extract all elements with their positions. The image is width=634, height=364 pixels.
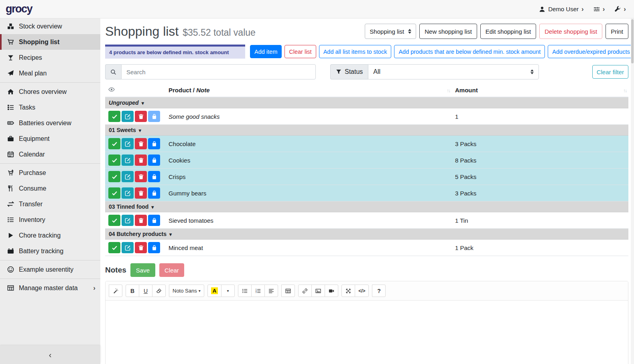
delete-item-button[interactable]	[135, 171, 147, 182]
user-menu[interactable]: Demo User ›	[539, 6, 584, 12]
delete-item-button[interactable]	[135, 242, 147, 253]
table-row: Some good snacks1	[105, 108, 628, 125]
sidebar-item-manage-master-data[interactable]: Manage master data›	[0, 280, 100, 296]
mark-done-button[interactable]	[108, 215, 120, 226]
sidebar-item-transfer[interactable]: Transfer	[0, 196, 100, 212]
arrows-button[interactable]	[341, 285, 355, 297]
group-row-01-sweets[interactable]: 01 Sweets▾	[105, 125, 628, 136]
link-icon	[302, 288, 308, 294]
save-notes-button[interactable]: Save	[130, 263, 155, 277]
amount-cell: 1	[452, 108, 628, 125]
add-to-stock-button[interactable]	[148, 111, 160, 122]
sidebar-item-batteries-overview[interactable]: Batteries overview	[0, 115, 100, 131]
sidebar-item-chore-tracking[interactable]: Chore tracking	[0, 228, 100, 243]
mark-done-button[interactable]	[108, 242, 120, 253]
mark-done-button[interactable]	[108, 111, 120, 122]
sidebar-item-recipes[interactable]: Recipes	[0, 50, 100, 65]
delete-item-button[interactable]	[135, 215, 147, 226]
eraser-button[interactable]	[152, 285, 166, 297]
sidebar-item-battery-tracking[interactable]: Battery tracking	[0, 243, 100, 259]
notes-editor-area[interactable]	[106, 301, 628, 364]
sidebar-item-stock-overview[interactable]: Stock overview	[0, 18, 100, 34]
product-cell: Minced meat	[165, 240, 452, 256]
underline-button[interactable]: U	[139, 285, 152, 297]
edit-item-button[interactable]	[122, 242, 134, 253]
clear-list-button[interactable]: Clear list	[284, 45, 316, 58]
delete-shopping-list-button[interactable]: Delete shopping list	[539, 24, 602, 39]
edit-shopping-list-button[interactable]: Edit shopping list	[480, 24, 536, 39]
group-row-ungrouped[interactable]: Ungrouped▾	[105, 97, 628, 108]
add-to-stock-button[interactable]	[148, 171, 160, 182]
product-column-header[interactable]: Product / Note ↑↓	[165, 84, 452, 97]
group-row-03-tinned-food[interactable]: 03 Tinned food▾	[105, 201, 628, 212]
sidebar-item-equipment[interactable]: Equipment	[0, 131, 100, 146]
scrollbar-track[interactable]	[631, 18, 634, 364]
group-row-04-butchery-products[interactable]: 04 Butchery products▾	[105, 229, 628, 240]
ol-button[interactable]: 123	[251, 285, 265, 297]
shopping-list-select[interactable]: Shopping list	[365, 24, 416, 39]
edit-item-button[interactable]	[122, 171, 134, 182]
delete-item-button[interactable]	[135, 111, 147, 122]
amount-column-header[interactable]: Amount ↑↓	[452, 84, 628, 97]
sidebar-item-calendar[interactable]: Calendar	[0, 146, 100, 162]
status-select[interactable]: All	[368, 64, 539, 79]
edit-item-button[interactable]	[122, 215, 134, 226]
admin-menu[interactable]: ›	[614, 6, 626, 12]
sidebar-item-label: Calendar	[19, 150, 45, 159]
add-to-stock-button[interactable]	[148, 187, 160, 199]
add-overdue-button[interactable]: Add overdue/expired products	[548, 45, 634, 58]
code-button[interactable]: </>	[355, 285, 369, 297]
search-input[interactable]	[121, 64, 316, 79]
sidebar-item-meal-plan[interactable]: Meal plan	[0, 65, 100, 81]
ul-button[interactable]	[238, 285, 252, 297]
sidebar-item-purchase[interactable]: Purchase	[0, 165, 100, 181]
app-logo[interactable]: grocy	[6, 3, 32, 15]
print-button[interactable]: Print	[606, 24, 628, 39]
add-to-stock-button[interactable]	[148, 138, 160, 149]
delete-item-button[interactable]	[135, 187, 147, 199]
settings-menu[interactable]: ›	[593, 6, 605, 12]
mark-done-button[interactable]	[108, 187, 120, 199]
add-to-stock-button[interactable]	[148, 215, 160, 226]
sidebar-collapse-button[interactable]: ‹	[0, 346, 100, 364]
add-below-min-stock-button[interactable]: Add products that are below defined min.…	[394, 45, 545, 58]
help-button[interactable]: ?	[372, 285, 386, 297]
mark-done-button[interactable]	[108, 171, 120, 182]
caret-button[interactable]: ▾	[221, 285, 235, 297]
sidebar-item-chores-overview[interactable]: Chores overview	[0, 84, 100, 100]
add-to-stock-button[interactable]	[148, 242, 160, 253]
mark-done-button[interactable]	[108, 155, 120, 166]
sidebar-item-inventory[interactable]: Inventory	[0, 212, 100, 228]
add-all-to-stock-button[interactable]: Add all list items to stock	[319, 45, 392, 58]
clear-notes-button[interactable]: Clear	[159, 263, 184, 277]
video-button[interactable]	[325, 285, 338, 297]
bold-button[interactable]: B	[126, 285, 139, 297]
edit-item-button[interactable]	[122, 187, 134, 199]
mark-done-button[interactable]	[108, 138, 120, 149]
clear-filter-button[interactable]: Clear filter	[592, 65, 628, 79]
link-button[interactable]	[298, 285, 312, 297]
page-title: Shopping list	[105, 22, 179, 40]
add-item-button[interactable]: Add item	[250, 45, 282, 58]
delete-item-button[interactable]	[135, 138, 147, 149]
paragraph-button[interactable]	[264, 285, 278, 297]
sidebar-item-example-userentity[interactable]: Example userentity	[0, 262, 100, 277]
new-shopping-list-button[interactable]: New shopping list	[419, 24, 477, 39]
sidebar-item-consume[interactable]: Consume	[0, 181, 100, 196]
edit-item-button[interactable]	[122, 111, 134, 122]
edit-item-button[interactable]	[122, 138, 134, 149]
visibility-column-header[interactable]	[105, 84, 165, 97]
magic-button[interactable]	[109, 285, 122, 297]
delete-item-button[interactable]	[135, 155, 147, 166]
scrollbar-thumb[interactable]	[631, 19, 634, 63]
edit-item-button[interactable]	[122, 155, 134, 166]
sidebar-item-tasks[interactable]: Tasks	[0, 100, 100, 115]
amount-header-label: Amount	[455, 87, 478, 94]
highlight-button[interactable]: A	[207, 285, 221, 297]
font-button[interactable]: Noto Sans▾	[169, 285, 204, 297]
table-button[interactable]	[281, 285, 295, 297]
sidebar-item-shopping-list[interactable]: Shopping list	[0, 34, 100, 50]
picture-button[interactable]	[311, 285, 325, 297]
add-to-stock-button[interactable]	[148, 155, 160, 166]
search-group	[105, 64, 316, 79]
